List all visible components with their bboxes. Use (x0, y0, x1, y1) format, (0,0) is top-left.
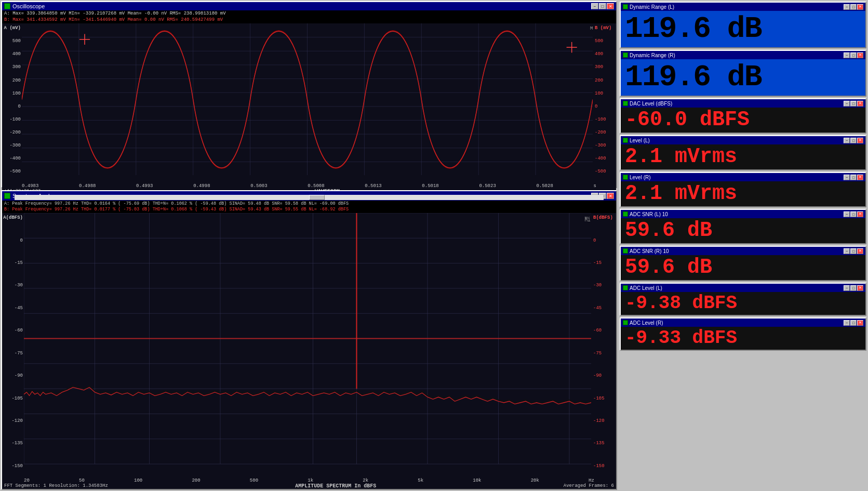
adc-snr-r-display: 59.6 dB (621, 255, 865, 280)
adc-snr-l-window: ADC SNR (L) 10 − □ ✕ 59.6 dB (620, 209, 866, 244)
adc-level-l-title: ADC Level (L) (630, 285, 662, 291)
adc-level-r-display: -9.33 dBFS (621, 327, 865, 350)
level-r-value: 2.1 mVrms (625, 183, 861, 204)
osc-y-right-500: 500 (595, 38, 615, 44)
dr-r-close[interactable]: ✕ (857, 52, 863, 58)
osc-y-right-n400: -400 (595, 156, 615, 161)
osc-y-right-n500: -500 (595, 169, 615, 174)
spec-x-2k: 2k (363, 478, 368, 483)
osc-y-left-300: 300 (3, 64, 21, 70)
adc-level-l-close[interactable]: ✕ (857, 285, 863, 291)
spec-info-line1: A: Peak Frequency= 997.26 Hz THD= 0.0164… (4, 201, 614, 207)
oscilloscope-icon (4, 3, 10, 9)
osc-x-label-5: 0.5008 (308, 183, 324, 189)
spectrum-svg: Mi (24, 213, 591, 478)
level-r-window: Level (R) − □ ✕ 2.1 mVrms (620, 172, 866, 207)
adc-snr-r-close[interactable]: ✕ (857, 248, 863, 254)
osc-x-label-9: 0.5028 (536, 183, 553, 189)
osc-y-left-500: 500 (3, 38, 21, 44)
spec-x-20k: 20k (531, 478, 539, 483)
osc-x-label-6: 0.5013 (365, 183, 381, 189)
osc-maximize-btn[interactable]: □ (599, 3, 606, 9)
oscilloscope-info-bar: A: Max= 339.3864850 mV MIn= -339.2107268… (2, 10, 616, 23)
osc-x-label-0: 0.4983 (22, 183, 38, 189)
level-r-display: 2.1 mVrms (621, 181, 865, 206)
level-r-title: Level (R) (630, 175, 651, 180)
osc-y-left-0: 0 (3, 104, 21, 109)
spec-y-left-label: A(dBFS) (3, 215, 23, 220)
osc-x-label-4: 0.5003 (250, 183, 267, 189)
adc-level-r-minimize[interactable]: − (844, 320, 850, 326)
spec-close-btn[interactable]: ✕ (607, 193, 614, 199)
osc-y-right-200: 200 (595, 78, 615, 83)
dac-close[interactable]: ✕ (857, 101, 863, 107)
adc-snr-r-value: 59.6 dB (625, 257, 861, 278)
dr-l-icon (623, 4, 628, 9)
level-l-maximize[interactable]: □ (850, 138, 857, 143)
adc-level-l-minimize[interactable]: − (844, 285, 850, 291)
dr-l-minimize[interactable]: − (844, 4, 850, 10)
level-r-title-bar: Level (R) − □ ✕ (621, 173, 865, 181)
adc-level-r-close[interactable]: ✕ (857, 320, 863, 326)
level-l-display: 2.1 mVrms (621, 144, 865, 169)
spec-info-line2: B: Peak Frequency= 997.26 Hz THD= 0.0177… (4, 207, 614, 213)
spec-x-100: 100 (134, 478, 142, 483)
osc-x-label-1: 0.4988 (79, 183, 96, 189)
dac-icon (623, 101, 628, 106)
osc-close-btn[interactable]: ✕ (607, 3, 614, 9)
dac-minimize[interactable]: − (844, 101, 850, 107)
adc-snr-l-title-bar: ADC SNR (L) 10 − □ ✕ (621, 210, 865, 218)
adc-level-l-maximize[interactable]: □ (850, 285, 857, 291)
dr-r-maximize[interactable]: □ (850, 52, 857, 58)
left-panel: Oscilloscope − □ ✕ A: Max= 339.3864850 m… (0, 0, 618, 491)
dr-l-maximize[interactable]: □ (850, 4, 857, 10)
osc-info-line2: B: Max= 341.4334592 mV MIn= -341.5446940… (4, 17, 614, 23)
adc-snr-r-minimize[interactable]: − (844, 248, 850, 254)
osc-y-left-n200: -200 (3, 130, 21, 135)
level-l-minimize[interactable]: − (844, 138, 850, 143)
osc-minimize-btn[interactable]: − (591, 3, 598, 9)
adc-snr-r-title: ADC SNR (R) 10 (630, 248, 669, 254)
level-r-close[interactable]: ✕ (857, 175, 863, 180)
dynamic-range-r-window: Dynamic Range (R) − □ ✕ 119.6 dB (620, 50, 866, 97)
spec-x-200: 200 (192, 478, 200, 483)
level-l-close[interactable]: ✕ (857, 138, 863, 143)
dr-r-title: Dynamic Range (R) (630, 52, 675, 58)
dr-l-close[interactable]: ✕ (857, 4, 863, 10)
osc-y-right-n100: -100 (595, 117, 615, 122)
spec-x-1k: 1k (308, 478, 313, 483)
dr-l-value: 119.6 dB (625, 14, 861, 44)
oscilloscope-svg: Mi (22, 23, 593, 183)
adc-level-l-value: -9.38 dBFS (625, 294, 861, 313)
spec-x-5k: 5k (418, 478, 423, 483)
spec-x-50: 50 (79, 478, 85, 483)
dr-r-icon (623, 52, 628, 58)
osc-x-unit: s (593, 183, 596, 189)
adc-level-l-window: ADC Level (L) − □ ✕ -9.38 dBFS (620, 283, 866, 316)
dynamic-range-l-window: Dynamic Range (L) − □ ✕ 119.6 dB (620, 2, 866, 48)
spectrum-window: Spectrum Analyzer − □ ✕ A: Peak Frequenc… (1, 190, 617, 490)
osc-scrollbar[interactable]: ◄ ► (2, 194, 616, 201)
right-panel: Dynamic Range (L) − □ ✕ 119.6 dB Dynamic… (618, 0, 868, 491)
osc-y-left-400: 400 (3, 51, 21, 57)
level-r-maximize[interactable]: □ (850, 175, 857, 180)
dac-maximize[interactable]: □ (850, 101, 857, 107)
level-r-minimize[interactable]: − (844, 175, 850, 180)
adc-snr-l-maximize[interactable]: □ (850, 211, 857, 217)
osc-y-right-300: 300 (595, 64, 615, 70)
adc-level-r-maximize[interactable]: □ (850, 320, 857, 326)
spec-x-500: 500 (250, 478, 258, 483)
dr-r-minimize[interactable]: − (844, 52, 850, 58)
adc-level-l-title-bar: ADC Level (L) − □ ✕ (621, 284, 865, 292)
dac-title-bar: DAC Level (dBFS) − □ ✕ (621, 99, 865, 108)
adc-snr-r-maximize[interactable]: □ (850, 248, 857, 254)
level-l-window: Level (L) − □ ✕ 2.1 mVrms (620, 135, 866, 170)
level-l-icon (623, 138, 628, 143)
osc-scroll-thumb[interactable] (309, 195, 325, 200)
osc-y-left-n300: -300 (3, 143, 21, 148)
adc-snr-l-minimize[interactable]: − (844, 211, 850, 217)
level-l-title-bar: Level (L) − □ ✕ (621, 136, 865, 144)
osc-y-right-n300: -300 (595, 143, 615, 148)
adc-snr-l-close[interactable]: ✕ (857, 211, 863, 217)
dac-value: -60.0 dBFS (625, 110, 861, 130)
